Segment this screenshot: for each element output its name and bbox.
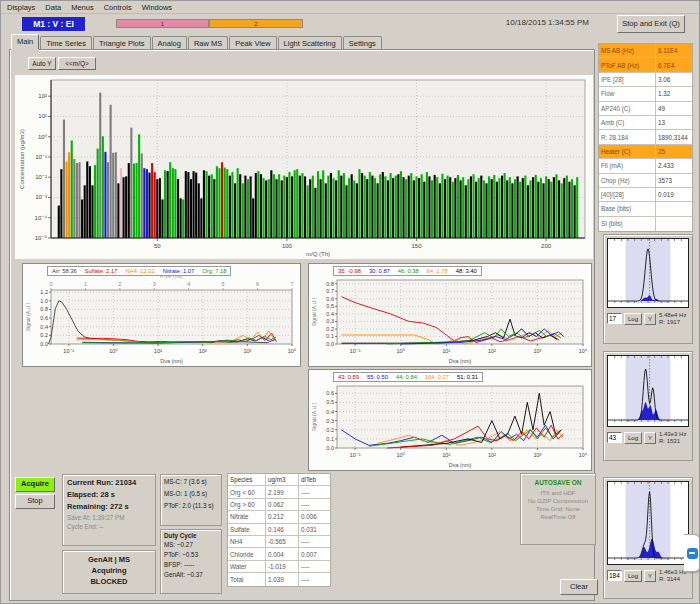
peak-monitor-plot [608, 239, 688, 303]
remaining-text: Remaining: 272 s [67, 502, 151, 511]
status-row-value: 2.433 [656, 162, 692, 169]
ptof-species-legend: Air: 58.36Sulfate: 2.17NH4: 12.02Nitrate… [47, 266, 231, 276]
tab-settings[interactable]: Settings [343, 36, 382, 49]
legend-entry: 35: -0.98 [338, 268, 361, 274]
svg-text:10⁻²: 10⁻² [35, 174, 47, 180]
species-cell: ---- [299, 486, 330, 497]
status-row: MS AB (Hz)6.11E4 [599, 44, 692, 58]
side-panel-handle[interactable] [684, 534, 700, 572]
peak-rate-value: 5.48e4 Hz [659, 312, 686, 319]
species-table: Speciesug/m3dlTebOrg < 602.199----Org > … [227, 473, 331, 587]
peak-mz-input[interactable] [607, 313, 622, 324]
species-row: Org > 600.062---- [228, 499, 330, 511]
peak-monitor-43: LogY1.43e3 HzR: 1531 [603, 351, 693, 461]
svg-text:1.0: 1.0 [40, 298, 48, 304]
autosave-line: ITX and HDF [521, 490, 595, 496]
clear-button[interactable]: Clear [560, 579, 598, 595]
species-cell: -0.565 [266, 536, 299, 547]
species-cell: 0.004 [266, 548, 299, 559]
species-row: Org < 602.199---- [228, 486, 330, 498]
timing-panel: MS-C: 7 (3.6 s)MS-O: 1 (0.5 s)PToF: 2.0 … [160, 474, 222, 526]
tab-peak-view[interactable]: Peak View [229, 36, 276, 49]
svg-text:Dva (nm): Dva (nm) [449, 358, 472, 364]
ptof-mz-upper-plot: 0.00.10.20.30.40.50.60.70.810⁻¹10⁰10¹10²… [309, 264, 591, 366]
mq-range-button[interactable]: <<m/Q> [58, 57, 96, 70]
peak-log-button[interactable]: Log [624, 432, 642, 444]
legend-entry: 64: 1.78 [427, 268, 448, 274]
status-row-label: MS AB (Hz) [599, 44, 656, 57]
peak-y-button[interactable]: Y [644, 570, 656, 582]
tab-raw-ms[interactable]: Raw MS [188, 36, 228, 49]
status-row-value: 1890,3144 [656, 134, 692, 141]
status-row: Chop (Hz)3573 [599, 174, 692, 188]
peak-log-button[interactable]: Log [624, 570, 642, 582]
tab-main[interactable]: Main [11, 34, 39, 49]
svg-text:10³: 10³ [533, 348, 541, 354]
peak-mz-input[interactable] [607, 432, 622, 443]
acquire-button[interactable]: Acquire [15, 477, 55, 492]
species-cell: Water [228, 561, 266, 572]
species-row: Nitrate0.2120.006 [228, 511, 330, 523]
svg-text:0.5: 0.5 [326, 399, 334, 405]
legend-entry: NH4: 12.02 [125, 268, 154, 274]
peak-mz-input[interactable] [607, 570, 622, 581]
duty-cycle-line: BFSP: ----- [164, 561, 218, 568]
status-row: R: 28,1841890,3144 [599, 130, 692, 144]
legend-entry: 30: 0.87 [369, 268, 390, 274]
menu-menus[interactable]: Menus [71, 3, 94, 12]
menu-displays[interactable]: Displays [7, 3, 35, 12]
peak-monitor-plot-frame [607, 238, 689, 308]
peak-monitor-plot-frame [607, 481, 689, 565]
cycle-end-text: Cycle End: -- [67, 523, 151, 530]
peak-log-button[interactable]: Log [624, 313, 642, 325]
svg-text:10⁰: 10⁰ [38, 134, 48, 140]
svg-text:0.0: 0.0 [40, 341, 48, 347]
duty-cycle-line: PToF: ~0.53 [164, 551, 218, 558]
legend-entry: 104: 0.27 [425, 374, 449, 380]
species-cell: 2.199 [266, 486, 299, 497]
peak-rate-text: 1.46e3 HzR: 3144 [659, 569, 686, 583]
svg-text:10⁻⁴: 10⁻⁴ [35, 215, 48, 221]
autosave-panel: AUTOSAVE ON ITX and HDFNo GZIP Compressi… [520, 473, 596, 545]
status-row: PToF AB (Hz)6.7E4 [599, 58, 692, 72]
svg-text:2: 2 [118, 281, 121, 287]
species-cell: Org < 60 [228, 486, 266, 497]
peak-y-button[interactable]: Y [644, 313, 656, 325]
species-row: Water-1.019---- [228, 561, 330, 573]
ptof-mz-lower-plot: 0.00.10.20.30.40.50.610⁻¹10⁰10¹10²10³10⁴… [309, 370, 591, 470]
stop-button[interactable]: Stop [15, 494, 55, 509]
tab-triangle-plots[interactable]: Triangle Plots [93, 36, 151, 49]
tab-light-scattering[interactable]: Light Scattering [278, 36, 342, 49]
legend-entry: 51: 0.31 [457, 374, 478, 380]
auto-y-button[interactable]: Auto Y [28, 57, 56, 70]
peak-y-button[interactable]: Y [644, 432, 656, 444]
svg-text:10⁻¹: 10⁻¹ [350, 452, 361, 458]
svg-text:0.0: 0.0 [326, 341, 334, 347]
mode-indicator-label: M1 : V : EI [33, 19, 74, 29]
elapsed-text: Elapsed: 28 s [67, 490, 151, 499]
tab-time-series[interactable]: Time Series [40, 36, 92, 49]
svg-text:0.1: 0.1 [326, 333, 334, 339]
peak-rate-value: 1.43e3 Hz [659, 431, 686, 438]
tab-analog[interactable]: Analog [152, 36, 187, 49]
mode-indicator: M1 : V : EI [22, 17, 85, 31]
peak-monitor-plot [608, 356, 688, 422]
svg-text:Concentration (µg/m3): Concentration (µg/m3) [19, 129, 25, 189]
ptof-mz-lower-chart: 43: 0.5955: 0.5044: 0.84104: 0.2751: 0.3… [308, 369, 592, 471]
menu-windows[interactable]: Windows [142, 3, 172, 12]
svg-text:10³: 10³ [243, 348, 251, 354]
menu-controls[interactable]: Controls [104, 3, 132, 12]
species-header-cell: Species [228, 474, 266, 485]
species-cell: 0.212 [266, 511, 299, 522]
species-cell: ---- [299, 499, 330, 510]
autosave-line: RealTime Off [521, 514, 595, 520]
status-row-value: 0.019 [656, 191, 692, 198]
save-at-text: Save At: 1:39:27 PM [67, 514, 151, 521]
stop-and-exit-button[interactable]: Stop and Exit (Q) [617, 15, 685, 33]
legend-entry: 43: 0.59 [338, 374, 359, 380]
status-row-label: PToF AB (Hz) [599, 58, 656, 71]
progress-bar-2-label: 2 [254, 21, 257, 27]
status-row-value: 1.32 [656, 90, 692, 97]
timing-line: MS-C: 7 (3.6 s) [164, 478, 218, 485]
menu-data[interactable]: Data [45, 3, 61, 12]
